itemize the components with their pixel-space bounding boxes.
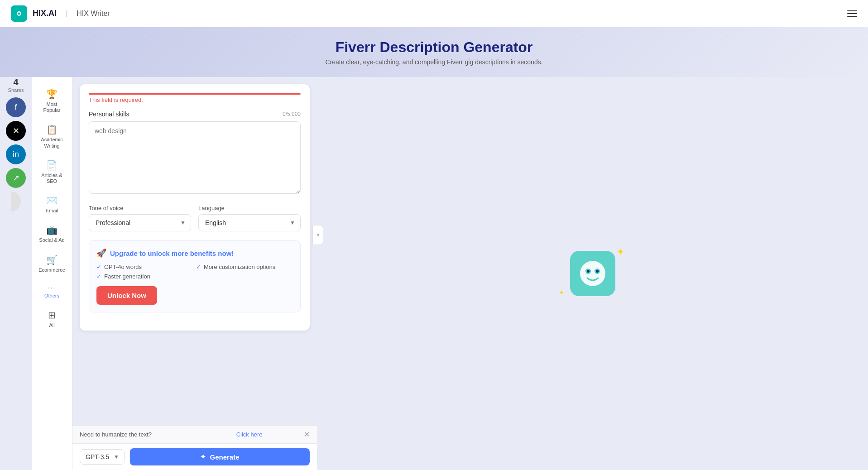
tone-language-row: Tone of voice Professional Casual Formal…: [89, 205, 301, 231]
sidebar-item-others[interactable]: ··· Others: [34, 279, 70, 303]
language-select-wrapper: English Spanish French German Chinese Ja…: [198, 214, 301, 231]
logo-area: HIX.AI | HIX Writer: [11, 5, 110, 22]
gpt-select-wrapper: GPT-3.5 GPT-4 GPT-4o ▼: [80, 449, 125, 465]
header: HIX.AI | HIX Writer: [0, 0, 868, 27]
share-sidebar: 4 Shares f ✕ in ↗: [0, 77, 32, 215]
sidebar-item-academic-writing[interactable]: 📋 Academic Writing: [34, 120, 70, 153]
form-card: This field is required. Personal skills …: [80, 84, 310, 331]
nav-sidebar: 🏆 Most Popular 📋 Academic Writing 📄 Arti…: [32, 77, 72, 470]
facebook-share-button[interactable]: f: [6, 97, 26, 117]
page-subtitle: Create clear, eye-catching, and compelli…: [325, 58, 542, 66]
logo-text: HIX.AI: [33, 9, 57, 18]
mascot-container: ✦ ✦: [570, 251, 615, 296]
personal-skills-input[interactable]: [89, 121, 301, 194]
gpt-model-select[interactable]: GPT-3.5 GPT-4 GPT-4o: [80, 449, 125, 465]
grid-icon: ⊞: [48, 310, 56, 321]
personal-skills-field: Personal skills 0/5,000: [89, 110, 301, 196]
language-label: Language: [198, 205, 301, 211]
share-count: 4 Shares: [8, 77, 24, 93]
share-icon: ↗: [13, 173, 19, 183]
product-name: HIX Writer: [77, 10, 110, 18]
sidebar-item-social-ad[interactable]: 📺 Social & Ad: [34, 220, 70, 248]
document-icon: 📋: [46, 124, 58, 135]
check-icon-3: ✓: [96, 273, 101, 280]
field-header: Personal skills 0/5,000: [89, 110, 301, 118]
upgrade-box: 🚀 Upgrade to unlock more benefits now! ✓…: [89, 240, 301, 312]
more-share-button[interactable]: ↗: [6, 168, 26, 188]
article-icon: 📄: [46, 160, 58, 171]
sidebar-item-ecommerce[interactable]: 🛒 Ecommerce: [34, 250, 70, 278]
tone-of-voice-col: Tone of voice Professional Casual Formal…: [89, 205, 191, 231]
humanize-text: Need to humanize the text?: [80, 431, 152, 438]
language-select[interactable]: English Spanish French German Chinese Ja…: [198, 214, 301, 231]
cart-icon: 🛒: [46, 254, 58, 265]
crown-icon: 🏆: [46, 89, 58, 100]
feature-faster: ✓ Faster generation: [96, 273, 193, 280]
tone-select[interactable]: Professional Casual Formal Friendly Humo…: [89, 214, 191, 231]
twitter-icon: ✕: [13, 126, 19, 136]
right-panel: ✦ ✦: [317, 77, 868, 470]
feature-faster-text: Faster generation: [104, 273, 150, 280]
field-error-text: This field is required.: [89, 96, 301, 103]
sidebar-label-all: All: [49, 322, 54, 328]
twitter-share-button[interactable]: ✕: [6, 121, 26, 141]
unlock-now-button[interactable]: Unlock Now: [96, 286, 157, 305]
personal-skills-label: Personal skills: [89, 110, 129, 118]
logo-icon: [11, 5, 27, 22]
logo-divider: |: [66, 10, 67, 18]
humanize-link[interactable]: Click here: [236, 431, 263, 438]
collapse-panel-button[interactable]: «: [312, 225, 323, 245]
feature-customization: ✓ More customization options: [196, 264, 293, 270]
sidebar-label-email: Email: [46, 208, 58, 214]
sparkle-icon-top: ✦: [617, 246, 624, 257]
share-label: Shares: [8, 87, 24, 93]
linkedin-share-button[interactable]: in: [6, 144, 26, 164]
sidebar-label-social-ad: Social & Ad: [39, 237, 64, 243]
dots-icon: ···: [48, 284, 56, 291]
feature-customization-text: More customization options: [204, 264, 275, 270]
sidebar-item-articles-seo[interactable]: 📄 Articles & SEO: [34, 155, 70, 189]
svg-point-2: [18, 12, 20, 14]
sidebar-label-most-popular: Most Popular: [38, 101, 67, 113]
bottom-bar: Need to humanize the text? Click here ✕ …: [72, 425, 317, 470]
feature-gpt4o-text: GPT-4o words: [104, 264, 142, 270]
feature-gpt4o: ✓ GPT-4o words: [96, 264, 193, 270]
chevron-left-icon: «: [317, 232, 320, 238]
mascot-icon: [570, 251, 615, 296]
sidebar-label-others: Others: [44, 293, 59, 299]
field-error-bar: [89, 93, 301, 95]
wand-icon: ✦: [200, 453, 206, 461]
share-number: 4: [8, 77, 24, 87]
main-content: This field is required. Personal skills …: [72, 77, 317, 470]
sidebar-label-articles-seo: Articles & SEO: [38, 173, 67, 184]
generate-row: GPT-3.5 GPT-4 GPT-4o ▼ ✦ Generate: [72, 444, 317, 470]
linkedin-icon: in: [13, 150, 19, 159]
svg-point-4: [580, 261, 605, 286]
humanize-bar: Need to humanize the text? Click here ✕: [72, 426, 317, 444]
language-col: Language English Spanish French German C…: [198, 205, 301, 231]
generate-label: Generate: [210, 453, 239, 461]
sidebar-label-academic-writing: Academic Writing: [38, 137, 67, 149]
tone-label: Tone of voice: [89, 205, 191, 211]
sidebar-item-most-popular[interactable]: 🏆 Most Popular: [34, 84, 70, 118]
email-icon: ✉️: [46, 195, 58, 206]
personal-skills-count: 0/5,000: [283, 111, 301, 117]
partial-btn: [11, 192, 21, 211]
social-icon: 📺: [46, 225, 58, 235]
sidebar-label-ecommerce: Ecommerce: [38, 267, 65, 273]
menu-icon[interactable]: [847, 10, 857, 17]
upgrade-features: ✓ GPT-4o words ✓ More customization opti…: [96, 264, 293, 280]
close-humanize-button[interactable]: ✕: [304, 430, 310, 439]
svg-point-8: [596, 270, 599, 273]
upgrade-title-text: Upgrade to unlock more benefits now!: [110, 249, 234, 257]
rocket-icon: 🚀: [96, 248, 106, 258]
facebook-icon: f: [14, 103, 17, 112]
page-title-area: Fiverr Description Generator Create clea…: [0, 27, 868, 77]
upgrade-title: 🚀 Upgrade to unlock more benefits now!: [96, 248, 293, 258]
sparkle-icon-bottom: ✦: [559, 289, 564, 296]
sidebar-item-email[interactable]: ✉️ Email: [34, 191, 70, 218]
generate-button[interactable]: ✦ Generate: [130, 448, 310, 465]
svg-point-7: [587, 270, 590, 273]
sidebar-item-all[interactable]: ⊞ All: [34, 305, 70, 333]
check-icon-2: ✓: [196, 264, 201, 270]
